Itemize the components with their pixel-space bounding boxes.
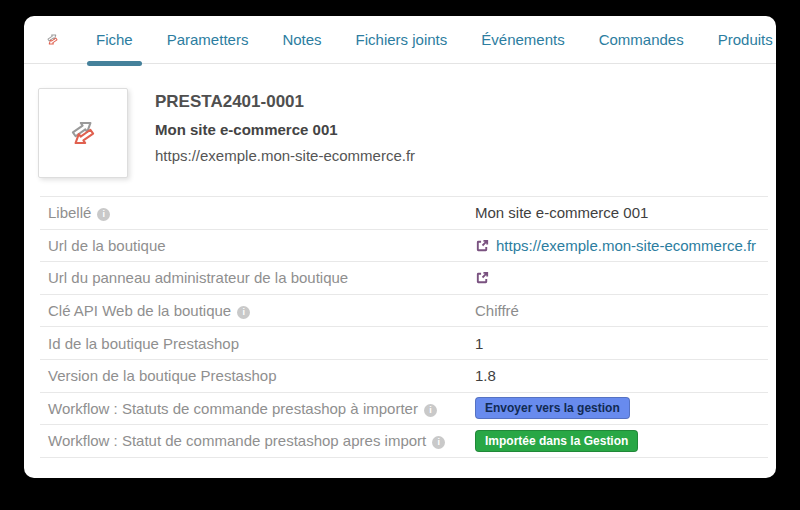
tab-parametters[interactable]: Parametters bbox=[154, 16, 262, 63]
field-value: 1 bbox=[475, 335, 483, 352]
field-label: Clé API Web de la boutique bbox=[48, 302, 231, 319]
shop-url-link[interactable]: https://exemple.mon-site-ecommerce.fr bbox=[496, 237, 756, 254]
tab-commandes[interactable]: Commandes bbox=[586, 16, 697, 63]
tab-fichiers-joints[interactable]: Fichiers joints bbox=[343, 16, 461, 63]
record-header: PRESTA2401-0001 Mon site e-commerce 001 … bbox=[24, 64, 776, 178]
tab-fiche[interactable]: Fiche bbox=[83, 16, 146, 63]
field-label: Libellé bbox=[48, 204, 91, 221]
field-row-url-de-la-boutique: Url de la boutique https://exemple.mon-s… bbox=[40, 229, 768, 262]
info-icon[interactable]: i bbox=[237, 306, 250, 319]
field-label: Workflow : Statuts de commande prestasho… bbox=[48, 400, 418, 417]
sync-arrows-icon bbox=[44, 31, 61, 48]
field-row-workflow-statut-de-commande-prestashop-apres-import: Workflow : Statut de commande prestashop… bbox=[40, 425, 768, 458]
field-row-version-de-la-boutique-prestashop: Version de la boutique Prestashop1.8 bbox=[40, 359, 768, 392]
field-label: Url du panneau administrateur de la bout… bbox=[48, 269, 348, 286]
field-value: 1.8 bbox=[475, 367, 496, 384]
field-label: Url de la boutique bbox=[48, 237, 166, 254]
record-ref: PRESTA2401-0001 bbox=[155, 92, 415, 112]
external-link-icon[interactable] bbox=[475, 238, 490, 253]
tab-bar: FicheParamettersNotesFichiers jointsÉvén… bbox=[24, 16, 776, 64]
field-label: Id de la boutique Prestashop bbox=[48, 335, 239, 352]
record-url: https://exemple.mon-site-ecommerce.fr bbox=[155, 147, 415, 164]
status-badge: Importée dans la Gestion bbox=[475, 430, 638, 452]
field-row-url-du-panneau-administrateur-de-la-boutique: Url du panneau administrateur de la bout… bbox=[40, 262, 768, 295]
field-row-cle-api-web-de-la-boutique: Clé API Web de la boutiqueiChiffré bbox=[40, 294, 768, 327]
info-icon[interactable]: i bbox=[97, 208, 110, 221]
record-photo-box bbox=[38, 88, 128, 178]
status-badge: Envoyer vers la gestion bbox=[475, 397, 630, 419]
field-row-workflow-statuts-de-commande-prestashop-a-importer: Workflow : Statuts de commande prestasho… bbox=[40, 392, 768, 425]
tab-evenements[interactable]: Événements bbox=[468, 16, 577, 63]
field-value: Chiffré bbox=[475, 302, 519, 319]
field-row-id-de-la-boutique-prestashop: Id de la boutique Prestashop1 bbox=[40, 327, 768, 360]
field-row-libelle: LibelléiMon site e-commerce 001 bbox=[40, 197, 768, 230]
sync-arrows-icon bbox=[64, 114, 102, 152]
info-icon[interactable]: i bbox=[432, 436, 445, 449]
shop-record-card: FicheParamettersNotesFichiers jointsÉvén… bbox=[24, 16, 776, 478]
tab-produits[interactable]: Produits bbox=[705, 16, 786, 63]
field-value: Mon site e-commerce 001 bbox=[475, 204, 648, 221]
fields-table: LibelléiMon site e-commerce 001Url de la… bbox=[40, 196, 768, 458]
module-icon-small bbox=[44, 16, 61, 63]
record-name: Mon site e-commerce 001 bbox=[155, 121, 415, 138]
field-label: Workflow : Statut de commande prestashop… bbox=[48, 432, 426, 449]
info-icon[interactable]: i bbox=[424, 404, 437, 417]
external-link-icon[interactable] bbox=[475, 270, 490, 285]
record-header-text: PRESTA2401-0001 Mon site e-commerce 001 … bbox=[128, 88, 415, 178]
tab-notes[interactable]: Notes bbox=[269, 16, 334, 63]
field-label: Version de la boutique Prestashop bbox=[48, 367, 277, 384]
